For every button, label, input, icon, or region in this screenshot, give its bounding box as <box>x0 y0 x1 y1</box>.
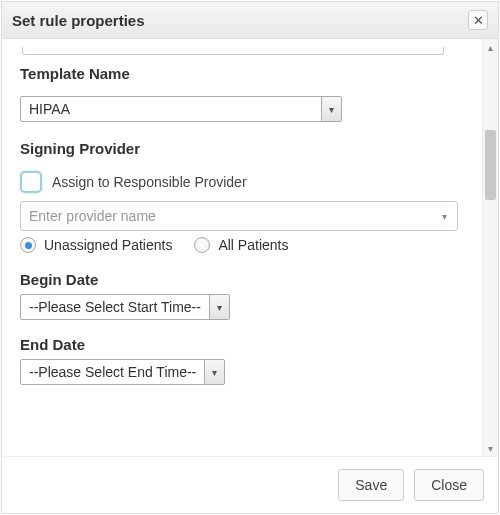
assign-responsible-row: Assign to Responsible Provider <box>20 171 464 193</box>
radio-label: Unassigned Patients <box>44 237 172 253</box>
dialog-close-button[interactable]: ✕ <box>468 10 488 30</box>
radio-label: All Patients <box>218 237 288 253</box>
signing-provider-label: Signing Provider <box>20 140 464 157</box>
dialog-footer: Save Close <box>2 456 498 513</box>
template-name-select[interactable]: HIPAA ▾ <box>20 96 342 122</box>
radio-icon <box>194 237 210 253</box>
patient-scope-group: Unassigned Patients All Patients <box>20 237 464 253</box>
close-button[interactable]: Close <box>414 469 484 501</box>
provider-name-input[interactable]: Enter provider name ▾ <box>20 201 458 231</box>
dialog-title: Set rule properties <box>12 12 145 29</box>
dialog-body: Template Name HIPAA ▾ Signing Provider A… <box>2 39 498 456</box>
radio-unassigned-patients[interactable]: Unassigned Patients <box>20 237 172 253</box>
chevron-down-icon[interactable]: ▾ <box>321 97 341 121</box>
vertical-scrollbar[interactable]: ▴ ▾ <box>482 39 498 456</box>
radio-all-patients[interactable]: All Patients <box>194 237 288 253</box>
end-date-value: --Please Select End Time-- <box>21 360 204 384</box>
scroll-up-arrow-icon[interactable]: ▴ <box>483 39 498 55</box>
template-name-label: Template Name <box>20 65 464 82</box>
chevron-down-icon[interactable]: ▾ <box>204 360 224 384</box>
save-button[interactable]: Save <box>338 469 404 501</box>
rule-properties-dialog: Set rule properties ✕ Template Name HIPA… <box>1 1 499 514</box>
chevron-down-icon[interactable]: ▾ <box>442 211 447 222</box>
dialog-titlebar: Set rule properties ✕ <box>2 2 498 39</box>
scroll-track[interactable] <box>483 55 498 440</box>
provider-name-placeholder: Enter provider name <box>29 208 156 224</box>
dialog-content: Template Name HIPAA ▾ Signing Provider A… <box>2 39 482 456</box>
begin-date-label: Begin Date <box>20 271 464 288</box>
assign-responsible-label: Assign to Responsible Provider <box>52 174 247 190</box>
begin-date-value: --Please Select Start Time-- <box>21 295 209 319</box>
chevron-down-icon[interactable]: ▾ <box>209 295 229 319</box>
radio-icon <box>20 237 36 253</box>
end-date-label: End Date <box>20 336 464 353</box>
end-date-select[interactable]: --Please Select End Time-- ▾ <box>20 359 225 385</box>
assign-responsible-checkbox[interactable] <box>20 171 42 193</box>
scroll-thumb[interactable] <box>485 130 496 200</box>
template-name-value: HIPAA <box>21 97 321 121</box>
begin-date-select[interactable]: --Please Select Start Time-- ▾ <box>20 294 230 320</box>
scroll-down-arrow-icon[interactable]: ▾ <box>483 440 498 456</box>
previous-field-edge <box>22 47 444 55</box>
close-icon: ✕ <box>473 14 484 27</box>
